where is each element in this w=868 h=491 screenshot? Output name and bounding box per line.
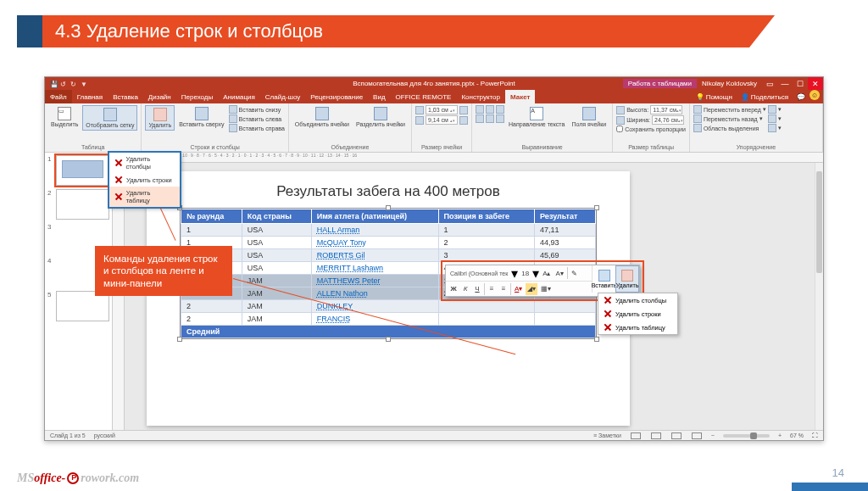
- sorter-view-icon[interactable]: [651, 432, 661, 439]
- minimize-button[interactable]: —: [777, 77, 793, 90]
- tab-transitions[interactable]: Переходы: [176, 90, 219, 103]
- zoom-out[interactable]: −: [711, 432, 715, 438]
- split-cells-button[interactable]: Разделить ячейки: [353, 105, 408, 129]
- horizontal-ruler[interactable]: 16 · 15 · 14 · 13 · 12 · 11 · 10 · 9 · 8…: [125, 153, 823, 163]
- scrollbar[interactable]: [815, 163, 823, 430]
- table-cell[interactable]: 2: [181, 300, 242, 313]
- thumbnail-1[interactable]: [56, 155, 109, 186]
- view-gridlines-button[interactable]: Отобразить сетку: [82, 105, 137, 131]
- fit-icon[interactable]: ⛶: [812, 432, 818, 438]
- merge-cells-button[interactable]: Объединить ячейки: [292, 105, 352, 129]
- table-cell[interactable]: USA: [242, 224, 311, 237]
- tab-designer[interactable]: Конструктор: [456, 90, 505, 103]
- align-mid-row[interactable]: [476, 114, 504, 123]
- table-cell[interactable]: JAM: [242, 275, 311, 287]
- delete-columns-item[interactable]: Удалить столбцы: [109, 153, 180, 173]
- table-cell[interactable]: 44,93: [535, 237, 596, 249]
- delete-button[interactable]: Удалить: [145, 105, 175, 131]
- mini-delete-columns[interactable]: Удалить столбцы: [598, 293, 677, 307]
- border-icon[interactable]: ▦▾: [539, 283, 553, 295]
- table-cell[interactable]: [438, 300, 535, 313]
- cell-margins-button[interactable]: Поля ячейки: [569, 105, 609, 129]
- rotate-button[interactable]: ▾: [768, 124, 782, 132]
- table-cell[interactable]: 45,69: [535, 249, 596, 262]
- insert-right-button[interactable]: Вставить справа: [229, 124, 285, 132]
- tab-remote[interactable]: OFFICE REMOTE: [391, 90, 457, 103]
- table-cell[interactable]: USA: [242, 237, 311, 249]
- zoom-value[interactable]: 67 %: [790, 432, 804, 438]
- align-top-row[interactable]: [476, 105, 504, 114]
- grow-font-icon[interactable]: A▴: [541, 267, 552, 279]
- table-cell[interactable]: DUNKLEY: [311, 300, 438, 313]
- table-width-input[interactable]: Ширина:24,76 см: [616, 115, 686, 125]
- tell-me[interactable]: 💡Помощн: [692, 90, 737, 103]
- row-height-input[interactable]: 1,03 см: [415, 105, 468, 114]
- table-cell[interactable]: USA: [242, 262, 311, 275]
- table-cell[interactable]: 47,11: [535, 224, 596, 237]
- table-tools-tab[interactable]: Работа с таблицами: [623, 79, 697, 88]
- align-icon[interactable]: ≡: [487, 283, 497, 295]
- table-cell[interactable]: JAM: [242, 313, 311, 326]
- table-cell[interactable]: McQUAY Tony: [311, 237, 438, 249]
- notes-button[interactable]: ≡ Заметки: [593, 432, 621, 438]
- zoom-slider[interactable]: [723, 434, 770, 438]
- thumbnail-2[interactable]: [56, 189, 109, 220]
- table-cell[interactable]: [535, 313, 596, 326]
- zoom-in[interactable]: +: [778, 432, 782, 438]
- table-cell[interactable]: USA: [242, 249, 311, 262]
- mini-delete-button[interactable]: Удалить: [615, 265, 639, 293]
- table-cell[interactable]: MERRITT Lashawn: [311, 262, 438, 275]
- table-cell[interactable]: 3: [438, 249, 535, 262]
- delete-rows-item[interactable]: Удалить строки: [109, 173, 180, 187]
- col-width-input[interactable]: 9,14 см: [415, 115, 468, 125]
- comments-icon[interactable]: 💬: [793, 90, 810, 103]
- tab-review[interactable]: Рецензирование: [305, 90, 368, 103]
- bring-forward-button[interactable]: Переместить вперед ▾: [693, 105, 766, 114]
- fill-color-icon[interactable]: ◢▾: [526, 283, 537, 295]
- shrink-font-icon[interactable]: A▾: [554, 267, 565, 279]
- mini-font[interactable]: Calibri (Основной тек: [448, 271, 509, 276]
- selection-pane-button[interactable]: Область выделения: [693, 124, 766, 132]
- mini-insert-button[interactable]: Вставить: [592, 265, 615, 293]
- user-name[interactable]: Nikolay Koldovsky: [697, 80, 762, 87]
- bold-icon[interactable]: Ж: [448, 283, 459, 295]
- tab-slideshow[interactable]: Слайд-шоу: [260, 90, 305, 103]
- reading-view-icon[interactable]: [671, 432, 682, 439]
- format-painter-icon[interactable]: ✎: [570, 267, 580, 279]
- tab-design[interactable]: Дизайн: [143, 90, 176, 103]
- table-cell[interactable]: ALLEN Nathon: [311, 287, 438, 300]
- close-button[interactable]: ✕: [808, 77, 823, 90]
- text-direction-button[interactable]: AНаправление текста: [506, 105, 567, 129]
- table-cell[interactable]: HALL Arman: [311, 224, 438, 237]
- table-cell[interactable]: MATTHEWS Peter: [311, 275, 438, 287]
- underline-icon[interactable]: Ч: [472, 283, 482, 295]
- mini-size[interactable]: 18: [520, 267, 531, 279]
- insert-left-button[interactable]: Вставить слева: [229, 114, 285, 123]
- select-button[interactable]: ▭Выделить: [48, 105, 81, 129]
- slide-page[interactable]: Результаты забега на 400 метров № раунда…: [147, 171, 630, 426]
- italic-icon[interactable]: К: [460, 283, 470, 295]
- align-button[interactable]: ▾: [768, 105, 782, 114]
- slide-counter[interactable]: Слайд 1 из 5: [50, 432, 86, 438]
- tab-view[interactable]: Вид: [368, 90, 390, 103]
- tab-home[interactable]: Главная: [72, 90, 108, 103]
- normal-view-icon[interactable]: [631, 432, 641, 439]
- lock-ratio-check[interactable]: Сохранить пропорции: [616, 126, 686, 132]
- group-button[interactable]: ▾: [768, 114, 782, 123]
- maximize-button[interactable]: ☐: [793, 77, 808, 90]
- table-cell[interactable]: 1: [438, 224, 535, 237]
- insert-above-button[interactable]: Вставить сверху: [176, 105, 226, 129]
- tab-animations[interactable]: Анимация: [218, 90, 260, 103]
- table-cell[interactable]: JAM: [242, 300, 311, 313]
- font-color-icon[interactable]: A▾: [513, 283, 524, 295]
- ribbon-options-icon[interactable]: ▭: [762, 77, 777, 90]
- table-cell[interactable]: 1: [181, 224, 242, 237]
- table-cell[interactable]: FRANCIS: [311, 313, 438, 326]
- quick-access-toolbar[interactable]: 💾↺↻▼: [45, 81, 87, 87]
- mini-delete-rows[interactable]: Удалить строки: [598, 307, 677, 321]
- send-back-button[interactable]: Переместить назад ▾: [693, 114, 766, 123]
- slideshow-view-icon[interactable]: [692, 432, 702, 439]
- insert-below-button[interactable]: Вставить снизу: [229, 105, 285, 114]
- table-cell[interactable]: ROBERTS Gil: [311, 249, 438, 262]
- table-cell[interactable]: [535, 300, 596, 313]
